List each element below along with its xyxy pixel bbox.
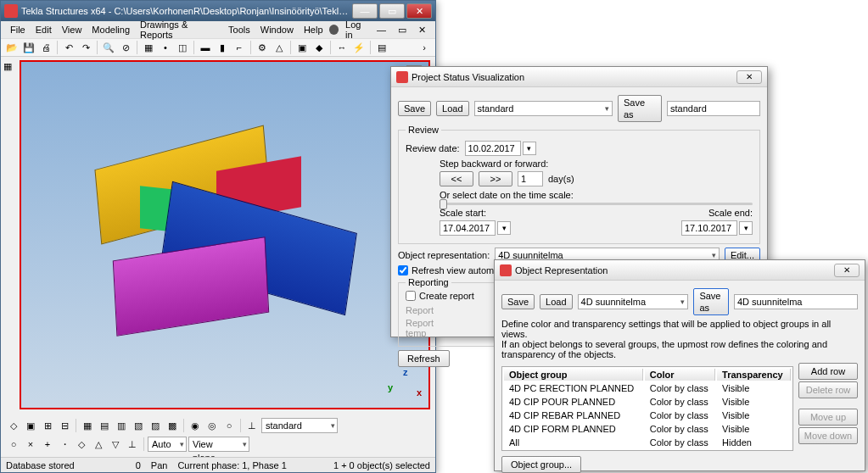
- cell-color[interactable]: Color by class: [645, 423, 715, 435]
- column-icon[interactable]: ▮: [215, 40, 230, 55]
- bolt-icon[interactable]: ⚙: [255, 40, 270, 55]
- snap3-icon[interactable]: ⊞: [40, 418, 55, 433]
- cell-trans[interactable]: Visible: [717, 396, 791, 408]
- cell-group[interactable]: 4D CIP POUR PLANNED: [504, 396, 643, 408]
- menu-tools[interactable]: Tools: [224, 24, 255, 36]
- polybeam-icon[interactable]: ⌐: [232, 40, 247, 55]
- open-icon[interactable]: 📂: [4, 40, 20, 55]
- auto-dropdown[interactable]: Auto: [148, 437, 187, 452]
- psv-step-count-field[interactable]: [518, 171, 543, 186]
- coord-icon[interactable]: ⊥: [244, 418, 260, 433]
- viewport-3d[interactable]: z y x: [20, 60, 430, 409]
- scope-dropdown[interactable]: standard: [261, 418, 338, 433]
- obj-close-icon[interactable]: ✕: [834, 264, 860, 277]
- beam-icon[interactable]: ▬: [198, 40, 213, 55]
- filter4-icon[interactable]: ▧: [131, 418, 146, 433]
- maximize-button[interactable]: ▭: [379, 3, 405, 19]
- obj-save-as-field[interactable]: [734, 294, 858, 309]
- col-color[interactable]: Color: [645, 369, 715, 381]
- snapH-icon[interactable]: ⊥: [125, 437, 140, 452]
- psv-load-button[interactable]: Load: [436, 101, 468, 116]
- cell-trans[interactable]: Visible: [717, 423, 791, 435]
- table-row[interactable]: AllColor by classHidden: [504, 437, 791, 448]
- move-up-button[interactable]: Move up: [798, 409, 858, 426]
- select-icon[interactable]: ▣: [294, 40, 310, 55]
- snapA-icon[interactable]: ○: [6, 437, 21, 452]
- cell-color[interactable]: Color by class: [645, 409, 715, 421]
- model-3d[interactable]: [64, 113, 369, 367]
- snapF-icon[interactable]: △: [91, 437, 106, 452]
- view-icon[interactable]: ◫: [175, 40, 190, 55]
- cell-trans[interactable]: Hidden: [717, 437, 791, 448]
- psv-save-as-button[interactable]: Save as: [618, 95, 662, 122]
- calendar-icon[interactable]: ▾: [497, 221, 511, 235]
- redo-icon[interactable]: ↷: [78, 40, 93, 55]
- psv-scale-start-field[interactable]: [440, 220, 496, 236]
- cell-trans[interactable]: Visible: [717, 409, 791, 421]
- table-row[interactable]: 4D PC ERECTION PLANNEDColor by classVisi…: [504, 382, 791, 394]
- snap4-icon[interactable]: ⊟: [57, 418, 72, 433]
- plot-icon[interactable]: 🖨: [38, 40, 53, 55]
- snapE-icon[interactable]: ◇: [74, 437, 89, 452]
- palette-icon[interactable]: ▦: [3, 60, 18, 75]
- menu-window[interactable]: Window: [256, 24, 298, 36]
- psv-close-icon[interactable]: ✕: [736, 70, 762, 84]
- sel1-icon[interactable]: ◉: [188, 418, 203, 433]
- snapG-icon[interactable]: ▽: [108, 437, 123, 452]
- snapB-icon[interactable]: ×: [23, 437, 38, 452]
- sel2-icon[interactable]: ◎: [204, 418, 220, 433]
- cell-group[interactable]: 4D CIP FORM PLANNED: [504, 423, 643, 435]
- psv-create-report-checkbox[interactable]: Create report: [406, 291, 474, 301]
- cell-color[interactable]: Color by class: [645, 382, 715, 394]
- table-row[interactable]: 4D CIP REBAR PLANNEDColor by classVisibl…: [504, 409, 791, 421]
- menu-modeling[interactable]: Modeling: [87, 24, 134, 36]
- filter3-icon[interactable]: ▥: [114, 418, 129, 433]
- obj-save-as-button[interactable]: Save as: [693, 288, 729, 315]
- weld-icon[interactable]: △: [272, 40, 287, 55]
- filter6-icon[interactable]: ▩: [165, 418, 180, 433]
- obj-load-button[interactable]: Load: [540, 294, 572, 309]
- psv-save-button[interactable]: Save: [398, 101, 431, 116]
- snapC-icon[interactable]: +: [40, 437, 55, 452]
- cell-color[interactable]: Color by class: [645, 396, 715, 408]
- calendar-icon[interactable]: ▾: [523, 142, 536, 155]
- object-group-button[interactable]: Object group...: [501, 456, 581, 473]
- menu-help[interactable]: Help: [300, 24, 328, 36]
- add-row-button[interactable]: Add row: [798, 363, 858, 380]
- snapD-icon[interactable]: ・: [57, 437, 72, 452]
- psv-step-fwd-button[interactable]: >>: [479, 171, 512, 186]
- snap-icon[interactable]: ◇: [6, 418, 21, 433]
- obj-table[interactable]: Object group Color Transparency 4D PC ER…: [501, 366, 793, 451]
- psv-timescale-slider[interactable]: [440, 203, 753, 205]
- undo-icon[interactable]: ↶: [61, 40, 76, 55]
- menu-view[interactable]: View: [58, 24, 87, 36]
- sel3-icon[interactable]: ○: [221, 418, 237, 433]
- cell-trans[interactable]: Visible: [717, 382, 791, 394]
- filter1-icon[interactable]: ▦: [80, 418, 95, 433]
- calendar-icon[interactable]: ▾: [739, 221, 753, 235]
- menu-drawings[interactable]: Drawings & Reports: [136, 19, 222, 41]
- menu-edit[interactable]: Edit: [31, 24, 56, 36]
- obj-titlebar[interactable]: Object Representation ✕: [495, 260, 865, 281]
- psv-preset-combo[interactable]: standard: [474, 101, 613, 116]
- minimize-button[interactable]: —: [352, 3, 378, 19]
- interrupt-icon[interactable]: ⊘: [118, 40, 133, 55]
- collapse-icon[interactable]: —: [372, 24, 390, 36]
- psv-review-date-field[interactable]: [465, 141, 521, 156]
- filter2-icon[interactable]: ▤: [97, 418, 112, 433]
- cell-group[interactable]: All: [504, 437, 643, 448]
- cell-group[interactable]: 4D CIP REBAR PLANNED: [504, 409, 643, 421]
- cell-color[interactable]: Color by class: [645, 437, 715, 448]
- psv-save-as-field[interactable]: [667, 101, 760, 116]
- close-button[interactable]: ✕: [406, 3, 432, 19]
- move-down-button[interactable]: Move down: [798, 427, 858, 444]
- grid-icon[interactable]: ▦: [141, 40, 156, 55]
- psv-refresh-button[interactable]: Refresh: [398, 350, 450, 367]
- obj-preset-combo[interactable]: 4D suunnitelma: [578, 294, 689, 309]
- col-trans[interactable]: Transparency: [717, 369, 791, 381]
- table-row[interactable]: 4D CIP FORM PLANNEDColor by classVisible: [504, 423, 791, 435]
- cell-group[interactable]: 4D PC ERECTION PLANNED: [504, 382, 643, 394]
- login-button[interactable]: Log in: [329, 19, 370, 41]
- psv-titlebar[interactable]: Project Status Visualization ✕: [391, 67, 767, 87]
- point-icon[interactable]: •: [158, 40, 173, 55]
